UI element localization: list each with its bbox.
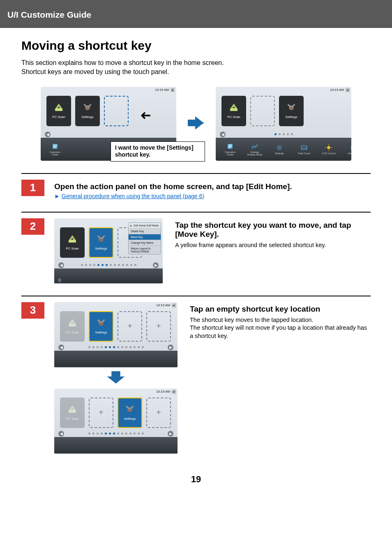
bottom-label: Operation Guide — [50, 151, 60, 156]
settings-icon — [125, 405, 135, 415]
tile-label: Settings — [82, 115, 94, 119]
tile-label: PC Scan — [66, 247, 79, 250]
empty-shortcut-slot[interactable] — [118, 311, 142, 342]
pager-next-icon[interactable]: ▶ — [153, 262, 159, 268]
bottom-label: Settings — [275, 152, 284, 155]
pc-scan-icon — [229, 103, 239, 113]
tile-label: PC Scan — [66, 417, 79, 421]
clock: 10:15 AM — [156, 303, 170, 307]
step-3: 3 10:15 AM◂ PC Scan S — [21, 302, 371, 454]
page-content: Moving a shortcut key This section expla… — [0, 28, 392, 485]
callout-box: I want to move the [Settings] shortcut k… — [111, 141, 205, 162]
bottom-operation-guide[interactable]: Operation Guide — [45, 143, 65, 156]
trash-icon[interactable]: 🗑 — [58, 278, 62, 282]
step-1: 1 Open the action panel on the home scre… — [21, 180, 371, 200]
pc-scan-icon — [67, 318, 77, 329]
shortcut-settings-selected[interactable]: Settings — [89, 227, 113, 258]
shortcut-pc-scan[interactable]: PC Scan — [221, 96, 246, 126]
clock: 10:15 AM — [330, 88, 344, 92]
step-separator — [21, 173, 371, 174]
step-number-badge: 3 — [21, 302, 44, 319]
pc-scan-icon — [67, 234, 77, 245]
shortcut-pc-scan-ghost: PC Scan — [60, 311, 85, 342]
step-number-badge: 1 — [21, 180, 44, 196]
empty-shortcut-slot[interactable] — [146, 311, 171, 342]
step-1-link[interactable]: General procedure when using the touch p… — [62, 193, 204, 199]
bottom-enlarge[interactable]: Enlarge Display Mode — [244, 143, 265, 156]
pager-prev-icon[interactable]: ◀ — [220, 132, 226, 137]
pager-dots — [88, 346, 144, 348]
callout-arrow-icon: ➜ — [140, 108, 151, 124]
bottom-label: Job Status — [348, 152, 351, 155]
link-arrow-icon: ► — [54, 193, 60, 199]
bottom-label: Total Count — [298, 152, 310, 155]
shortcut-settings[interactable]: Settings — [75, 96, 100, 126]
tile-label: Settings — [124, 417, 136, 421]
pager-next-icon[interactable]: ▶ — [168, 345, 173, 350]
settings-icon — [286, 103, 296, 113]
step-3-body-1: The shortcut key moves to the tapped loc… — [190, 316, 371, 324]
tile-label: PC Scan — [66, 331, 79, 334]
pager-next-icon[interactable]: ▶ — [168, 431, 173, 437]
screenshot-after: 10:15 AM◂ PC Scan Settings ◀ Oper — [216, 87, 351, 161]
pager-prev-icon[interactable]: ◀ — [58, 431, 64, 437]
shortcut-pc-scan[interactable]: PC Scan — [60, 227, 85, 258]
pager-prev-icon[interactable]: ◀ — [58, 345, 64, 350]
menu-move-key[interactable]: Move Key — [129, 234, 161, 240]
pager-prev-icon[interactable]: ◀ — [45, 132, 51, 137]
pc-scan-icon — [54, 103, 64, 113]
actionpanel-tab-icon: ◂ — [171, 88, 175, 92]
step-3-screenshot-before: 10:15 AM◂ PC Scan Settings — [54, 302, 178, 368]
page-number: 19 — [21, 474, 371, 485]
step-separator — [21, 212, 371, 213]
step-2-screenshot: PC Scan Settings ◀ — [54, 218, 163, 284]
pc-scan-icon — [67, 405, 77, 415]
shortcut-pc-scan-ghost: PC Scan — [60, 398, 85, 428]
pager-dots — [274, 133, 293, 135]
bottom-job-status[interactable]: Job Status — [343, 144, 351, 155]
step-3-body-2: The shortcut key will not move if you ta… — [190, 324, 371, 340]
step-2-body: A yellow frame appears around the select… — [175, 241, 371, 250]
pager-prev-icon[interactable]: ◀ — [58, 262, 64, 268]
bottom-label: Enlarge Display Mode — [247, 151, 262, 156]
bottom-lcd-control[interactable]: LCD Control — [318, 144, 339, 155]
bottom-total-count[interactable]: Total Count — [294, 144, 314, 155]
target-slot-outline — [104, 96, 129, 126]
step-1-title: Open the action panel on the home screen… — [54, 182, 371, 191]
settings-icon — [96, 318, 106, 329]
arrow-right-icon — [188, 115, 204, 133]
bottom-label: LCD Control — [322, 152, 335, 155]
menu-return-factory[interactable]: Return Layout to Factory Default — [129, 245, 161, 254]
clock: 10:15 AM — [156, 390, 170, 393]
step-2-title: Tap the shortcut key you want to move, a… — [175, 221, 371, 239]
step-1-link-line: ► General procedure when using the touch… — [54, 193, 371, 199]
step-separator — [21, 296, 371, 296]
empty-shortcut-slot[interactable] — [146, 398, 171, 428]
tile-label: Settings — [95, 331, 107, 334]
tile-label: PC Scan — [52, 115, 65, 119]
arrow-down-icon — [107, 371, 125, 385]
menu-exit-home-edit[interactable]: Exit Home Edit Mode — [129, 223, 161, 228]
settings-icon — [83, 103, 92, 113]
clock: 10:15 AM — [155, 88, 169, 92]
intro-2: Shortcut keys are moved by using the tou… — [21, 67, 371, 76]
bottom-settings[interactable]: Settings — [269, 144, 290, 155]
shortcut-settings-moved[interactable]: Settings — [279, 96, 304, 126]
settings-icon — [96, 234, 106, 245]
menu-delete-key[interactable]: Delete Key — [129, 228, 161, 234]
shortcut-pc-scan[interactable]: PC Scan — [46, 96, 71, 126]
actionpanel-tab-icon: ◂ — [172, 303, 176, 308]
shortcut-settings-moved[interactable]: Settings — [118, 398, 142, 428]
tile-label: Settings — [286, 115, 297, 119]
empty-shortcut-slot[interactable] — [89, 398, 113, 428]
menu-change-key-name[interactable]: Change Key Name — [129, 240, 161, 245]
step-3-title: Tap an empty shortcut key location — [190, 305, 371, 314]
bottom-operation-guide[interactable]: Operation Guide — [220, 143, 240, 156]
step-2: 2 PC Scan Settings — [21, 218, 371, 284]
step-3-screenshot-after: 10:15 AM◂ PC Scan Settings — [54, 388, 178, 454]
shortcut-settings-selected[interactable]: Settings — [89, 311, 113, 342]
tile-label: PC Scan — [227, 115, 240, 119]
pager-dots — [88, 432, 144, 435]
action-panel-menu: Exit Home Edit Mode Delete Key Move Key … — [128, 222, 161, 254]
actionpanel-tab-icon: ◂ — [346, 88, 350, 92]
